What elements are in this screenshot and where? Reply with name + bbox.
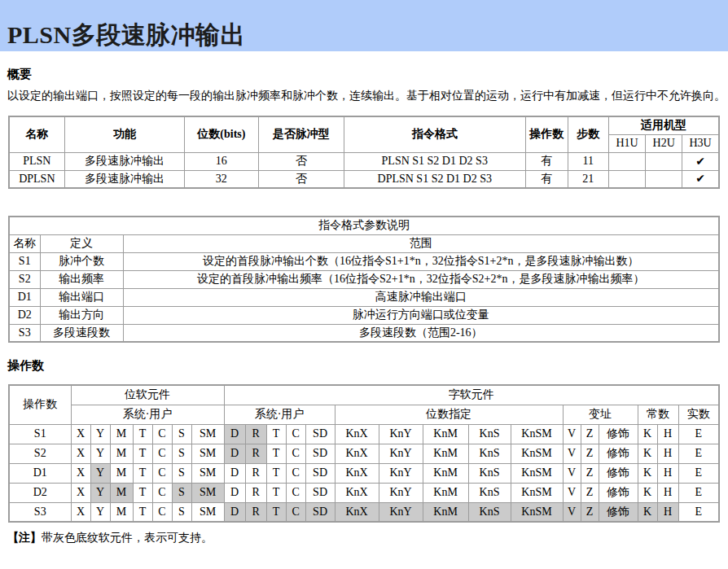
operand-cell: T	[266, 444, 286, 463]
operand-cell: T	[133, 424, 152, 444]
operand-cell: K	[638, 444, 657, 463]
operand-cell: 修饰	[599, 483, 638, 502]
table-cell: 否	[258, 152, 344, 170]
operand-cell: X	[71, 444, 90, 463]
operand-cell: SM	[191, 502, 224, 522]
operand-cell: KnY	[379, 483, 423, 502]
operand-group-header-row: 操作数 位软元件 字软元件	[9, 385, 719, 405]
operand-cell-supported: R	[245, 444, 266, 463]
operand-cell: SM	[191, 424, 224, 444]
operand-cell-supported: KnY	[379, 502, 423, 522]
table-cell: D2	[9, 306, 40, 324]
table-cell: S3	[9, 324, 40, 342]
operand-cell: C	[286, 424, 305, 444]
param-header-range: 范围	[123, 234, 719, 252]
overview-text: 以设定的输出端口，按照设定的每一段的输出脉冲频率和脉冲个数，连续输出。基于相对位…	[7, 89, 725, 103]
operand-cell: H	[657, 444, 678, 463]
operand-cell: V	[563, 444, 581, 463]
operand-cell-supported: KnS	[468, 502, 511, 522]
operand-cell-supported: Z	[581, 502, 599, 522]
col-header-format: 指令格式	[344, 116, 525, 152]
table-cell: ✔	[682, 170, 719, 188]
table-cell	[646, 152, 682, 170]
table-cell: 输出频率	[40, 270, 123, 288]
operand-cell-supported: C	[286, 502, 305, 522]
operand-cell: E	[678, 424, 719, 444]
sub-header-real: 实数	[678, 405, 719, 424]
operand-cell: T	[133, 502, 152, 522]
operand-sub-header-row: 系统·用户 系统·用户 位数指定 变址 常数 实数	[9, 405, 719, 424]
instruction-table-body: PLSN多段速脉冲输出16否PLSN S1 S2 D1 D2 S3有11✔DPL…	[9, 152, 719, 188]
operand-cell: T	[133, 463, 152, 483]
operand-cell: T	[133, 444, 152, 463]
operand-cell: KnSM	[511, 444, 563, 463]
operand-cell: Z	[581, 444, 599, 463]
table-cell: 多段速脉冲输出	[64, 152, 185, 170]
operand-cell: E	[678, 463, 719, 483]
operand-cell: V	[563, 463, 581, 483]
table-cell: 否	[258, 170, 344, 188]
overview-heading: 概要	[7, 67, 720, 82]
operand-heading: 操作数	[7, 358, 720, 374]
operand-cell: S	[172, 502, 191, 522]
operand-cell: C	[152, 424, 172, 444]
sub-header-bit-system-user: 系统·用户	[71, 405, 224, 424]
table-cell: 有	[525, 152, 568, 170]
operand-cell: KnM	[423, 424, 468, 444]
table-row: PLSN多段速脉冲输出16否PLSN S1 S2 D1 D2 S3有11✔	[9, 152, 719, 170]
table-cell: 脉冲运行方向端口或位变量	[123, 306, 719, 324]
param-header-definition: 定义	[40, 234, 123, 252]
word-elements-header: 字软元件	[224, 385, 719, 405]
sub-header-word-system-user: 系统·用户	[224, 405, 335, 424]
table-cell: 输出端口	[40, 288, 123, 306]
operand-cell-supported: Y	[90, 463, 110, 483]
operand-cell: KnS	[468, 463, 511, 483]
instruction-header-row: 名称 功能 位数(bits) 是否脉冲型 指令格式 操作数 步数 适用机型	[9, 116, 719, 134]
operand-cell: C	[286, 444, 305, 463]
operand-cell: T	[266, 483, 286, 502]
operand-cell: S	[172, 444, 191, 463]
note-text: 带灰色底纹软元件，表示可支持。	[42, 532, 213, 544]
operand-row-label: S2	[9, 444, 71, 463]
sub-header-index: 变址	[563, 405, 638, 424]
operand-cell: T	[266, 463, 286, 483]
table-row: S2输出频率设定的首段脉冲输出频率（16位指令S2+1*n，32位指令S2+2*…	[9, 270, 719, 288]
table-row: D1输出端口高速脉冲输出端口	[9, 288, 719, 306]
table-cell	[646, 170, 682, 188]
table-cell: D1	[9, 288, 40, 306]
operand-cell: KnS	[468, 424, 511, 444]
table-cell: PLSN S1 S2 D1 D2 S3	[344, 152, 525, 170]
operand-cell-supported: 修饰	[599, 502, 638, 522]
operand-cell: S	[172, 424, 191, 444]
table-cell: DPLSN	[9, 170, 64, 188]
operand-cell: Z	[581, 424, 599, 444]
operand-cell: KnM	[423, 483, 468, 502]
operand-cell-supported: SD	[305, 502, 335, 522]
param-table-body: S1脉冲个数设定的首段脉冲输出个数（16位指令S1+1*n，32位指令S1+2*…	[9, 252, 719, 342]
operand-cell-supported: V	[563, 502, 581, 522]
operand-cell: M	[110, 444, 133, 463]
table-cell: 高速脉冲输出端口	[123, 288, 719, 306]
operand-cell: S	[172, 463, 191, 483]
table-cell: 16	[185, 152, 258, 170]
operand-cell: H	[657, 463, 678, 483]
operand-cell: C	[152, 444, 172, 463]
operand-cell: Y	[90, 444, 110, 463]
operand-cell: Z	[581, 463, 599, 483]
operand-cell: E	[678, 502, 719, 522]
operand-cell: K	[638, 483, 657, 502]
operand-cell: KnSM	[511, 424, 563, 444]
operand-cell: H	[657, 483, 678, 502]
operand-cell: Y	[90, 502, 110, 522]
operand-cell-supported: D	[224, 502, 245, 522]
table-cell	[608, 170, 645, 188]
table-cell: 32	[185, 170, 258, 188]
table-cell: 输出方向	[40, 306, 123, 324]
operand-cell: C	[152, 483, 172, 502]
title-bar: PLSN多段速脉冲输出	[0, 0, 728, 51]
sub-header-constant: 常数	[638, 405, 678, 424]
param-header-row: 名称 定义 范围	[9, 234, 719, 252]
col-header-function: 功能	[64, 116, 185, 152]
param-table-title: 指令格式参数说明	[9, 217, 719, 234]
operand-cell: X	[71, 463, 90, 483]
